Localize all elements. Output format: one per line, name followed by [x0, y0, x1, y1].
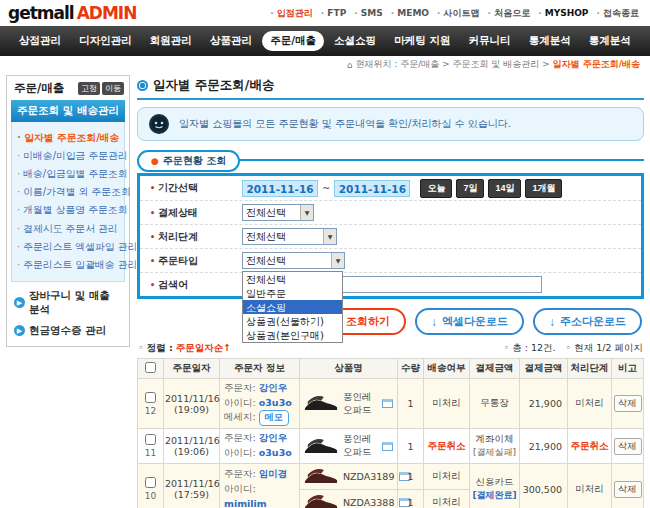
payment-status-value: 전체선택 [246, 206, 286, 220]
search-tab-area: ● 주문현황 조회 [137, 150, 644, 171]
popup-window-icon[interactable] [382, 399, 393, 408]
memo-button[interactable]: 메모 [259, 410, 289, 426]
orderer-id-link[interactable]: mimilim [224, 498, 267, 508]
dropdown-option-all[interactable]: 전체선택 [243, 272, 342, 286]
order-type-select[interactable]: 전체선택 [242, 252, 345, 269]
payment-status-select[interactable]: 전체선택 [242, 204, 314, 221]
product-thumbnail[interactable] [304, 493, 338, 508]
row-checkbox[interactable] [145, 477, 156, 488]
row-checkbox[interactable] [145, 434, 156, 445]
select-all-checkbox[interactable] [145, 362, 156, 373]
breadcrumb: ⌂ 현재위치 : 주문/매출 > 주문조회 및 배송관리 > 일자별 주문조회/… [0, 56, 650, 73]
nav-products[interactable]: 상품관리 [202, 31, 260, 51]
nav-marketing[interactable]: 마케팅 지원 [386, 31, 458, 51]
product-thumbnail[interactable] [304, 394, 338, 413]
product-name-link[interactable]: NZDA3388 [343, 497, 394, 508]
top-link-ftp[interactable]: FTP [318, 8, 349, 18]
dropdown-option-giftcard-gift[interactable]: 상품권(선물하기) [243, 314, 342, 328]
stage-cell: 미처리 [568, 463, 612, 508]
nav-members[interactable]: 회원관리 [142, 31, 200, 51]
sidebar-move-button[interactable]: 이동 [102, 82, 124, 95]
product-thumbnail[interactable] [304, 437, 338, 456]
col-order-date: 주문일자 [164, 359, 220, 379]
row-checkbox[interactable] [145, 392, 156, 403]
quick-14days-button[interactable]: 14일 [488, 179, 521, 198]
product-name-link[interactable]: 풍인레오파드 [343, 433, 377, 459]
sidebar-link-cash-receipt[interactable]: ▶ 현금영수증 관리 [7, 317, 129, 338]
sidebar-item-by-product[interactable]: 개월별 상품명 주문조회 [17, 201, 119, 219]
sidebar-item-bulk-shipping[interactable]: 주문리스트 일괄배송 관리 [17, 256, 119, 274]
top-link-store-entry[interactable]: 입점관리 [267, 7, 316, 20]
dropdown-option-normal[interactable]: 일반주문 [243, 286, 342, 300]
order-type-dropdown: 전체선택 일반주문 소셜쇼핑 상품권(선물하기) 상품권(본인구매) [242, 271, 343, 343]
sidebar-item-daily-orders[interactable]: 일자별 주문조회/배송 [17, 129, 119, 147]
sidebar-item-excel-files[interactable]: 주문리스트 엑셀파일 관리 [17, 238, 119, 256]
qty-cell: 1 [398, 429, 424, 463]
nav-social[interactable]: 소셜쇼핑 [326, 31, 384, 51]
row-number: 11 [139, 448, 162, 458]
orderer-name-link[interactable]: 임미경 [259, 468, 288, 479]
order-row-11: 11 2011/11/16(19:06) 주문자: 강인우 아이디: o3u3o… [138, 429, 644, 463]
sidebar-item-payment-attempts[interactable]: 결제시도 주문서 관리 [17, 220, 119, 238]
tilde-separator: ~ [322, 183, 330, 194]
sort-value[interactable]: 주문일자순↑ [176, 342, 231, 353]
robot-icon [148, 113, 170, 135]
top-bar: getmallADMIN 입점관리 FTP SMS MEMO 사이트맵 처음으로… [0, 0, 650, 26]
address-download-button[interactable]: ↓ 주소다운로드 [533, 308, 642, 335]
search-tab: ● 주문현황 조회 [137, 150, 240, 172]
top-link-sitemap[interactable]: 사이트맵 [434, 7, 483, 20]
top-link-sms[interactable]: SMS [351, 8, 385, 18]
nav-design[interactable]: 디자인관리 [71, 31, 140, 51]
top-link-logout[interactable]: 접속종료 [593, 7, 642, 20]
qty-cell: 1 [398, 379, 424, 429]
dropdown-option-social[interactable]: 소셜쇼핑 [243, 300, 342, 314]
nav-store[interactable]: 상점관리 [11, 31, 69, 51]
sidebar-item-by-name-price[interactable]: 이름/가격별 외 주문조회 [17, 183, 119, 201]
nav-community[interactable]: 커뮤니티 [461, 31, 519, 51]
top-link-home[interactable]: 처음으로 [485, 7, 534, 20]
delete-button[interactable]: 삭제 [614, 395, 642, 412]
logo[interactable]: getmallADMIN [8, 3, 136, 23]
sidebar-item-undelivered[interactable]: 미배송/미입금 주문관리 [17, 147, 119, 165]
sort-label: 정렬 : [138, 342, 173, 353]
orderer-name-link[interactable]: 강인우 [259, 382, 288, 393]
product-thumbnail[interactable] [304, 467, 338, 486]
quick-today-button[interactable]: 오늘 [420, 179, 452, 198]
order-type-label: 주문타입 [140, 254, 242, 268]
form-row-stage: 처리단계 전체선택 [140, 224, 641, 248]
payment-method-cell: 신용카드[결제완료] [470, 463, 520, 508]
stage-select[interactable]: 전체선택 [242, 228, 337, 245]
quick-1month-button[interactable]: 1개월 [525, 179, 562, 198]
sidebar-link-cart-analysis[interactable]: ▶ 장바구니 및 매출 분석 [7, 282, 129, 317]
popup-window-icon[interactable] [382, 442, 393, 451]
excel-download-button[interactable]: ↓ 엑셀다운로드 [415, 308, 524, 335]
delete-button[interactable]: 삭제 [614, 481, 642, 498]
sidebar-item-by-delivery-date[interactable]: 배송/입금일별 주문조회 [17, 165, 119, 183]
nav-stats-2[interactable]: 통계분석 [581, 31, 639, 51]
top-link-myshop[interactable]: MYSHOP [535, 8, 591, 18]
dropdown-option-giftcard-self[interactable]: 상품권(본인구매) [243, 328, 342, 342]
quick-7days-button[interactable]: 7일 [456, 179, 484, 198]
sidebar-fix-button[interactable]: 고정 [78, 82, 100, 95]
sidebar-section-title: 주문조회 및 배송관리 [11, 100, 125, 122]
nav-stats-1[interactable]: 통계분석 [521, 31, 579, 51]
order-date-cell: 2011/11/16(19:09) [164, 379, 220, 429]
delete-button[interactable]: 삭제 [614, 438, 642, 455]
orderer-info-cell: 주문자: 강인우 아이디: o3u3o 메세지: 메모 [220, 379, 300, 429]
nav-orders[interactable]: 주문/매출 [262, 31, 324, 51]
arrow-circle-icon: ▶ [14, 297, 25, 308]
form-row-payment-status: 결제상태 전체선택 [140, 200, 641, 224]
download-arrow-icon: ↓ [549, 315, 555, 329]
orderer-name-link[interactable]: 강인우 [259, 432, 288, 443]
top-link-memo[interactable]: MEMO [388, 8, 432, 18]
breadcrumb-path: 현재위치 : 주문/매출 > 주문조회 및 배송관리 > [355, 58, 549, 71]
orderer-id-link[interactable]: o3u3o [259, 447, 292, 458]
product-name-link[interactable]: 풍인레오파드 [343, 391, 377, 417]
col-product-name: 상품명 [300, 359, 398, 379]
date-to-input[interactable]: 2011-11-16 [334, 180, 410, 197]
main-content: 일자별 주문조회/배송 일자별 쇼핑몰의 모든 주문현황 및 주문내역을 확인/… [137, 75, 644, 508]
product-name-link[interactable]: NZDA3189 [343, 471, 394, 482]
orderer-id-link[interactable]: o3u3o [259, 397, 292, 408]
form-row-order-type: 주문타입 전체선택 전체선택 일반주문 소셜쇼핑 상품권(선물하기) 상품권(본… [140, 248, 641, 272]
date-from-input[interactable]: 2011-11-16 [242, 180, 318, 197]
